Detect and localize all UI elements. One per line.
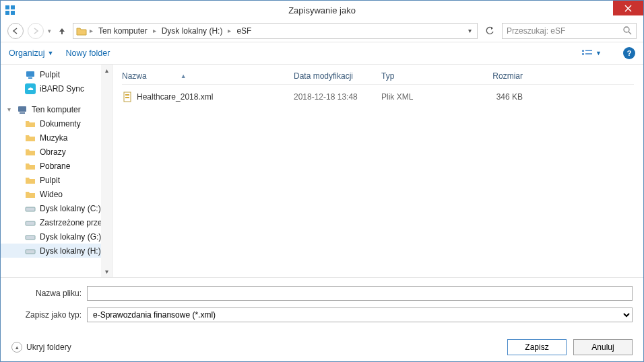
column-date[interactable]: Data modyfikacji (294, 71, 381, 81)
organize-menu[interactable]: Organizuj ▼ (9, 48, 53, 58)
column-headers: Nazwa▲ Data modyfikacji Typ Rozmiar (122, 67, 634, 85)
column-size[interactable]: Rozmiar (455, 71, 536, 81)
tree-item-pulpit-quick[interactable]: Pulpit (1, 67, 112, 81)
save-form: Nazwa pliku: Zapisz jako typ: e-Sprawozd… (1, 277, 643, 332)
view-list-icon (581, 48, 593, 58)
close-icon (624, 5, 632, 12)
arrow-left-icon (11, 27, 20, 35)
toolbar: Organizuj ▼ Nowy folder ▼ ? (1, 42, 643, 65)
xml-file-icon (122, 92, 133, 102)
forward-button[interactable] (28, 23, 44, 39)
breadcrumb-folder[interactable]: eSF (234, 26, 254, 36)
column-type[interactable]: Typ (381, 71, 455, 81)
filetype-select[interactable]: e-Sprawozdania finansowe (*.xml) (87, 307, 633, 322)
file-type: Plik XML (381, 92, 455, 102)
breadcrumb-drive[interactable]: Dysk lokalny (H:) (159, 26, 226, 36)
cloud-icon (25, 83, 36, 94)
chevron-right-icon: ▸ (228, 27, 231, 34)
folder-icon (25, 118, 36, 129)
tree-item-music[interactable]: Muzyka (1, 131, 112, 145)
drive-icon (25, 231, 36, 242)
svg-rect-20 (26, 250, 35, 254)
hide-folders-link[interactable]: ▴ Ukryj foldery (11, 342, 71, 353)
up-button[interactable] (55, 26, 69, 36)
file-list-pane: Nazwa▲ Data modyfikacji Typ Rozmiar Heal… (112, 65, 643, 277)
tree-item-videos[interactable]: Wideo (1, 187, 112, 201)
cancel-button[interactable]: Anuluj (573, 339, 633, 355)
svg-line-7 (629, 32, 631, 34)
scroll-down-icon[interactable]: ▾ (105, 268, 108, 275)
svg-rect-13 (28, 77, 32, 79)
tree-item-pictures[interactable]: Obrazy (1, 145, 112, 159)
tree-item-ibard[interactable]: iBARD Sync (1, 81, 112, 96)
svg-rect-8 (582, 50, 584, 52)
drive-icon (25, 246, 36, 256)
file-row[interactable]: Healthcare_2018.xml 2018-12-18 13:48 Pli… (122, 89, 634, 105)
breadcrumb-root[interactable]: Ten komputer (96, 26, 150, 36)
folder-icon (25, 133, 36, 143)
navigation-bar: ▾ ▸ Ten komputer ▸ Dysk lokalny (H:) ▸ e… (1, 20, 643, 42)
close-button[interactable] (613, 1, 643, 15)
tree-item-downloads[interactable]: Pobrane (1, 159, 112, 173)
folder-icon (76, 26, 87, 36)
file-date: 2018-12-18 13:48 (294, 92, 381, 102)
file-name: Healthcare_2018.xml (137, 92, 213, 102)
chevron-right-icon: ▸ (153, 27, 156, 34)
folder-icon (25, 147, 36, 157)
filename-label: Nazwa pliku: (11, 289, 87, 298)
title-bar: Zapisywanie jako (1, 1, 643, 20)
folder-icon (25, 161, 36, 172)
window-title: Zapisywanie jako (1, 5, 643, 15)
svg-rect-23 (125, 97, 129, 98)
chevron-up-icon: ▴ (11, 342, 22, 353)
computer-icon (17, 104, 28, 115)
collapse-icon[interactable]: ▾ (5, 106, 13, 113)
scroll-up-icon[interactable]: ▴ (105, 67, 108, 74)
desktop-icon (25, 69, 36, 80)
back-button[interactable] (7, 23, 24, 39)
help-button[interactable]: ? (623, 47, 635, 59)
tree-item-drive-c[interactable]: Dysk lokalny (C:) (1, 201, 112, 215)
arrow-right-icon (32, 27, 40, 35)
search-icon (623, 26, 632, 35)
column-name[interactable]: Nazwa▲ (122, 71, 294, 81)
tree-scrollbar[interactable]: ▴ ▾ (101, 65, 112, 277)
save-button[interactable]: Zapisz (507, 339, 567, 355)
new-folder-button[interactable]: Nowy folder (65, 48, 110, 58)
svg-rect-11 (585, 53, 592, 55)
svg-rect-22 (125, 94, 129, 96)
filename-input[interactable] (87, 286, 633, 301)
refresh-button[interactable] (482, 23, 498, 39)
svg-rect-18 (26, 221, 35, 225)
drive-icon (25, 217, 36, 228)
tree-item-computer[interactable]: ▾ Ten komputer (1, 102, 112, 116)
arrow-up-icon (57, 26, 67, 36)
tree-item-drive-g[interactable]: Dysk lokalny (G:) (1, 229, 112, 244)
file-size: 346 KB (455, 92, 536, 102)
svg-rect-16 (20, 112, 25, 114)
view-options-button[interactable]: ▼ (581, 48, 602, 58)
tree-item-documents[interactable]: Dokumenty (1, 116, 112, 131)
svg-rect-15 (18, 106, 26, 112)
history-dropdown[interactable]: ▾ (48, 28, 51, 34)
folder-icon (25, 175, 36, 186)
svg-rect-10 (582, 53, 584, 55)
svg-rect-17 (26, 207, 35, 211)
address-dropdown[interactable]: ▾ (465, 27, 474, 34)
navigation-tree: Pulpit iBARD Sync ▾ Ten komputer Dokumen… (1, 65, 112, 277)
tree-item-desktop[interactable]: Pulpit (1, 173, 112, 187)
chevron-down-icon: ▼ (48, 50, 54, 57)
search-input[interactable]: Przeszukaj: eSF (502, 23, 637, 39)
address-bar[interactable]: ▸ Ten komputer ▸ Dysk lokalny (H:) ▸ eSF… (73, 23, 478, 39)
tree-item-reserved[interactable]: Zastrzeżone prze (1, 215, 112, 229)
filetype-label: Zapisz jako typ: (11, 310, 87, 320)
dialog-footer: ▴ Ukryj foldery Zapisz Anuluj (1, 332, 643, 362)
chevron-right-icon: ▸ (90, 27, 93, 34)
refresh-icon (485, 26, 494, 36)
svg-point-6 (624, 27, 629, 32)
svg-rect-9 (585, 50, 592, 51)
svg-rect-19 (26, 236, 35, 240)
svg-rect-12 (26, 71, 34, 77)
tree-item-drive-h[interactable]: Dysk lokalny (H:) (1, 244, 112, 258)
search-placeholder: Przeszukaj: eSF (507, 26, 565, 36)
